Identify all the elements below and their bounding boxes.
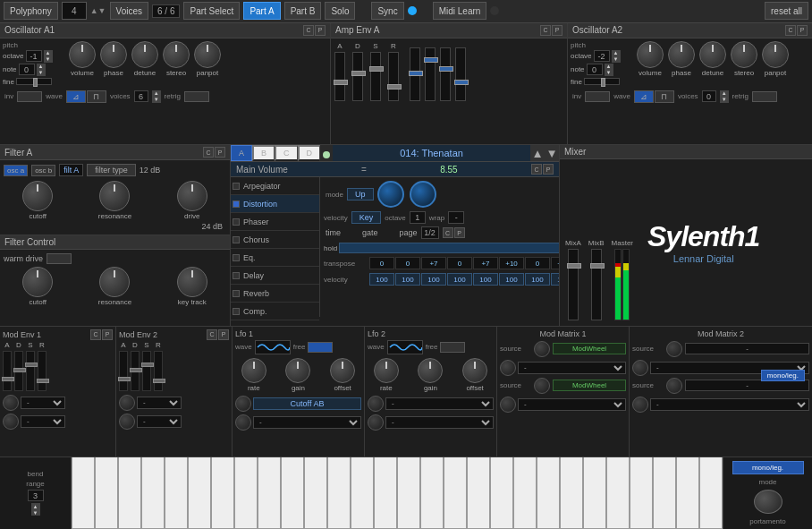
adsr-s-track[interactable] [370, 52, 381, 101]
mod-matrix2-knob2[interactable] [666, 378, 682, 394]
adsr-r-track[interactable] [388, 52, 399, 101]
mod-env1-a-track[interactable] [3, 351, 12, 391]
mod-matrix1-dest2-knob[interactable] [500, 397, 516, 413]
seq-tab-c[interactable]: C [275, 145, 298, 161]
osc2-voices-up[interactable]: ▲ [720, 90, 729, 97]
osc1-retrig-check[interactable] [184, 91, 209, 102]
seq-fx-distortion[interactable]: Distortion [231, 195, 319, 213]
filter-a-osca-btn[interactable]: osc a [4, 165, 28, 176]
piano-key-e3[interactable] [118, 457, 141, 529]
sync-button[interactable]: Sync [371, 2, 403, 20]
seq-fx-comp[interactable]: Comp. [231, 303, 319, 320]
osc2-octave-up[interactable]: ▲ [612, 50, 621, 56]
mod-matrix2-knob1[interactable] [666, 341, 682, 357]
lfo1-wave-display[interactable] [255, 340, 291, 354]
seq-hold-bar[interactable] [339, 243, 560, 253]
seq-scroll-up-btn[interactable]: ▲ [530, 145, 545, 161]
lfo2-offset-knob[interactable] [462, 358, 487, 383]
piano-key-g3[interactable] [165, 457, 188, 529]
seq-mode-value[interactable]: Up [347, 188, 374, 201]
amp-env-copy-button[interactable]: C [540, 25, 551, 36]
part-select-button[interactable]: Part Select [183, 2, 240, 20]
piano-keys-area[interactable] [72, 457, 723, 529]
seq-vel-7[interactable]: 100 [551, 273, 560, 286]
vel-track-2[interactable] [425, 47, 436, 101]
seq-trans-2[interactable]: +7 [421, 257, 446, 269]
part-a-button[interactable]: Part A [243, 2, 280, 20]
solo-button[interactable]: Solo [325, 2, 355, 20]
mod-env2-dest-sel2[interactable]: - [137, 415, 182, 428]
filter-ctrl-cutoff-knob[interactable] [22, 267, 53, 297]
mod-env1-dest-sel2[interactable]: - [21, 415, 65, 428]
piano-key-c3[interactable] [72, 457, 95, 529]
osc2-volume-knob[interactable] [637, 41, 664, 68]
seq-fx-chorus[interactable]: Chorus [231, 231, 319, 249]
seq-tab-a[interactable]: A [231, 145, 252, 161]
osc1-inv-check[interactable] [17, 91, 42, 102]
osc2-octave-down[interactable]: ▼ [612, 56, 621, 63]
lfo2-free-check[interactable] [440, 342, 465, 353]
piano-key-f4[interactable] [304, 457, 327, 529]
piano-key-d6[interactable] [583, 457, 606, 529]
seq-page-copy[interactable]: C [443, 227, 453, 238]
osc1-volume-knob[interactable] [69, 41, 96, 68]
seq-vel-3[interactable]: 100 [447, 273, 472, 286]
osc2-fine-slider[interactable] [584, 78, 620, 85]
reset-all-button[interactable]: reset all [765, 2, 808, 20]
mod-matrix1-src1-display[interactable]: ModWheel [553, 343, 626, 354]
filter-a-resonance-knob[interactable] [99, 181, 130, 211]
mod-matrix1-knob1[interactable] [534, 341, 550, 357]
osc2-wave-saw[interactable]: ⊿ [634, 90, 654, 103]
seq-tab-d[interactable]: D [298, 145, 321, 161]
osc2-stereo-knob[interactable] [731, 41, 757, 68]
osc1-detune-knob[interactable] [131, 41, 158, 68]
lfo2-dest-knob[interactable] [368, 396, 384, 412]
osc1-note-down[interactable]: ▼ [37, 70, 46, 76]
osc1-wave-saw[interactable]: ⊿ [66, 90, 86, 103]
osc1-note-up[interactable]: ▲ [37, 64, 46, 70]
polyphony-button[interactable]: Polyphony [4, 2, 58, 20]
osc2-retrig-check[interactable] [752, 91, 777, 102]
piano-key-a6[interactable] [676, 457, 699, 529]
filter-a-type[interactable]: filter type [87, 164, 136, 176]
piano-key-b3[interactable] [211, 457, 234, 529]
polyphony-value[interactable] [62, 2, 87, 20]
osc2-note-down[interactable]: ▼ [605, 70, 613, 76]
lfo1-dest2-sel[interactable]: - [253, 416, 361, 429]
piano-key-d5[interactable] [420, 457, 444, 529]
lfo1-dest-display[interactable]: Cutoff AB [253, 397, 361, 410]
mixer-mixb-track[interactable] [591, 249, 602, 320]
voices-button[interactable]: Voices [110, 2, 148, 20]
mod-env2-knob[interactable] [119, 395, 135, 411]
piano-range-up[interactable]: ▲ [31, 503, 40, 509]
mod-matrix2-src1-display[interactable]: - [685, 343, 809, 354]
adsr-d-track[interactable] [352, 52, 363, 101]
seq-trans-4[interactable]: +7 [473, 257, 498, 269]
filter-ctrl-warm-check[interactable] [47, 253, 72, 264]
lfo2-dest-sel[interactable]: - [385, 397, 494, 410]
lfo2-dest2-sel[interactable]: - [385, 416, 494, 429]
filter-ctrl-resonance-knob[interactable] [99, 267, 130, 297]
mod-matrix1-dest2-sel[interactable]: - [518, 398, 626, 411]
piano-key-g6[interactable] [653, 457, 676, 529]
piano-key-e6[interactable] [606, 457, 630, 529]
piano-mono-button[interactable]: mono/leg. [732, 461, 804, 474]
osc1-wave-square[interactable]: ⊓ [87, 90, 106, 103]
lfo2-rate-knob[interactable] [374, 358, 399, 383]
lfo1-offset-knob[interactable] [330, 358, 355, 383]
amp-env-paste-button[interactable]: P [552, 25, 562, 36]
seq-fx-phaser[interactable]: Phaser [231, 213, 319, 231]
osc2-paste-button[interactable]: P [797, 25, 808, 36]
osc1-octave-down[interactable]: ▼ [44, 56, 53, 63]
piano-key-f5[interactable] [467, 457, 490, 529]
piano-key-e4[interactable] [281, 457, 304, 529]
piano-key-a5[interactable] [513, 457, 537, 529]
mod-matrix2-dest2-sel[interactable]: - [650, 398, 809, 411]
osc2-note-up[interactable]: ▲ [605, 64, 613, 70]
osc2-inv-check[interactable] [585, 91, 610, 102]
osc2-detune-knob[interactable] [699, 41, 726, 68]
mod-env2-paste[interactable]: P [218, 329, 229, 340]
lfo2-dest2-knob[interactable] [368, 414, 384, 431]
seq-trans-0[interactable]: 0 [369, 257, 394, 269]
mod-matrix1-dest1-knob[interactable] [500, 360, 516, 376]
